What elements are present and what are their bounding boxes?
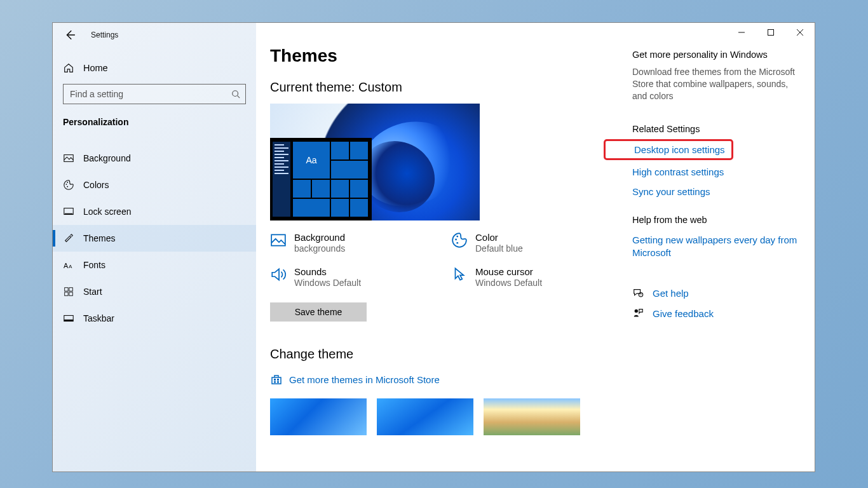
- change-theme-heading: Change theme: [270, 347, 626, 362]
- back-button[interactable]: [64, 29, 76, 41]
- svg-text:A: A: [64, 262, 69, 269]
- nav-label: Themes: [83, 233, 116, 243]
- highlight-box: Desktop icon settings: [604, 139, 733, 160]
- theme-preview: Aa: [270, 104, 480, 220]
- palette-icon: [63, 179, 74, 191]
- nav-label: Colors: [83, 180, 109, 190]
- svg-rect-10: [69, 288, 72, 291]
- preview-sample-text: Aa: [293, 142, 330, 179]
- sidebar-item-themes[interactable]: Themes: [53, 225, 256, 252]
- search-box[interactable]: [63, 84, 246, 104]
- cursor-icon: [451, 266, 468, 283]
- personality-heading: Get more personality in Windows: [632, 50, 797, 60]
- titlebar: Settings: [53, 23, 256, 44]
- prop-value: Windows Default: [294, 278, 361, 289]
- link-help-wallpapers[interactable]: Getting new wallpapers every day from Mi…: [632, 234, 797, 260]
- svg-text:?: ?: [640, 294, 642, 297]
- nav-label: Taskbar: [83, 313, 114, 323]
- sidebar-item-taskbar[interactable]: Taskbar: [53, 305, 256, 332]
- theme-thumbnails: [270, 398, 626, 435]
- content-left: Themes Current theme: Custom Aa: [270, 46, 626, 471]
- theme-properties: Backgroundbackgrounds ColorDefault blue …: [270, 232, 626, 288]
- nav-list: Background Colors Lock screen Themes AA …: [53, 145, 256, 332]
- prop-label: Color: [475, 232, 523, 243]
- search-container: [53, 81, 256, 111]
- prop-color[interactable]: ColorDefault blue: [451, 232, 626, 255]
- prop-background[interactable]: Backgroundbackgrounds: [270, 232, 445, 255]
- nav-label: Fonts: [83, 260, 105, 270]
- start-icon: [63, 286, 74, 297]
- svg-rect-14: [64, 320, 73, 322]
- window-controls: [727, 23, 815, 42]
- svg-point-2: [66, 184, 67, 185]
- svg-rect-21: [277, 379, 279, 381]
- related-settings-heading: Related Settings: [632, 124, 797, 134]
- picture-icon: [270, 232, 287, 248]
- settings-window: Settings Home Personalization Background…: [52, 22, 815, 472]
- search-icon: [231, 90, 240, 98]
- svg-rect-12: [69, 292, 72, 295]
- svg-rect-20: [274, 379, 276, 381]
- save-theme-button[interactable]: Save theme: [270, 302, 367, 322]
- prop-value: Default blue: [475, 243, 523, 255]
- search-input[interactable]: [70, 89, 231, 99]
- prop-label: Mouse cursor: [475, 266, 542, 278]
- svg-point-18: [456, 236, 458, 238]
- link-desktop-icon-settings[interactable]: Desktop icon settings: [634, 144, 725, 155]
- close-icon: [797, 29, 803, 36]
- sidebar-item-background[interactable]: Background: [53, 145, 256, 172]
- prop-value: backgrounds: [294, 243, 345, 255]
- sidebar-item-fonts[interactable]: AA Fonts: [53, 252, 256, 278]
- maximize-icon: [768, 29, 774, 36]
- svg-text:A: A: [69, 264, 72, 269]
- theme-thumb-1[interactable]: [270, 398, 367, 435]
- svg-rect-23: [277, 381, 279, 383]
- feedback-icon: [632, 308, 644, 319]
- sound-icon: [270, 266, 287, 283]
- svg-point-19: [456, 242, 458, 244]
- category-title: Personalization: [53, 111, 256, 133]
- link-get-help[interactable]: ? Get help: [632, 287, 797, 299]
- sidebar-item-start[interactable]: Start: [53, 278, 256, 305]
- store-link-label: Get more themes in Microsoft Store: [289, 374, 440, 385]
- svg-point-4: [67, 186, 68, 187]
- svg-rect-9: [65, 288, 68, 291]
- sidebar-item-home[interactable]: Home: [53, 44, 256, 81]
- theme-thumb-2[interactable]: [377, 398, 473, 435]
- nav-label: Lock screen: [83, 207, 131, 217]
- close-button[interactable]: [785, 23, 815, 42]
- link-high-contrast-settings[interactable]: High contrast settings: [632, 166, 797, 177]
- svg-point-17: [455, 239, 457, 241]
- link-give-feedback[interactable]: Give feedback: [632, 308, 797, 319]
- sidebar-item-lockscreen[interactable]: Lock screen: [53, 198, 256, 225]
- minimize-button[interactable]: [727, 23, 756, 42]
- svg-rect-11: [65, 292, 68, 295]
- svg-point-3: [67, 182, 68, 183]
- svg-rect-15: [768, 30, 774, 36]
- help-heading: Help from the web: [632, 215, 797, 225]
- store-link[interactable]: Get more themes in Microsoft Store: [270, 373, 626, 386]
- theme-thumb-3[interactable]: [484, 398, 580, 435]
- prop-sounds[interactable]: SoundsWindows Default: [270, 266, 445, 289]
- store-icon: [270, 373, 283, 386]
- preview-start-menu: Aa: [270, 138, 372, 220]
- nav-label: Background: [83, 153, 131, 163]
- minimize-icon: [738, 29, 745, 36]
- nav-label: Start: [83, 287, 102, 297]
- maximize-button[interactable]: [756, 23, 785, 42]
- prop-label: Sounds: [294, 266, 361, 278]
- main-panel: Themes Current theme: Custom Aa: [256, 23, 815, 471]
- svg-point-26: [635, 309, 638, 313]
- link-sync-settings[interactable]: Sync your settings: [632, 186, 797, 197]
- current-theme-heading: Current theme: Custom: [270, 80, 626, 95]
- home-icon: [63, 62, 74, 74]
- sidebar-item-colors[interactable]: Colors: [53, 172, 256, 198]
- taskbar-icon: [63, 313, 74, 324]
- sidebar: Settings Home Personalization Background…: [53, 23, 256, 471]
- app-title: Settings: [91, 30, 118, 39]
- content-right: Get more personality in Windows Download…: [632, 46, 797, 471]
- picture-icon: [63, 152, 74, 164]
- prop-cursor[interactable]: Mouse cursorWindows Default: [451, 266, 626, 289]
- chat-help-icon: ?: [632, 287, 644, 299]
- personality-text: Download free themes from the Microsoft …: [632, 66, 797, 102]
